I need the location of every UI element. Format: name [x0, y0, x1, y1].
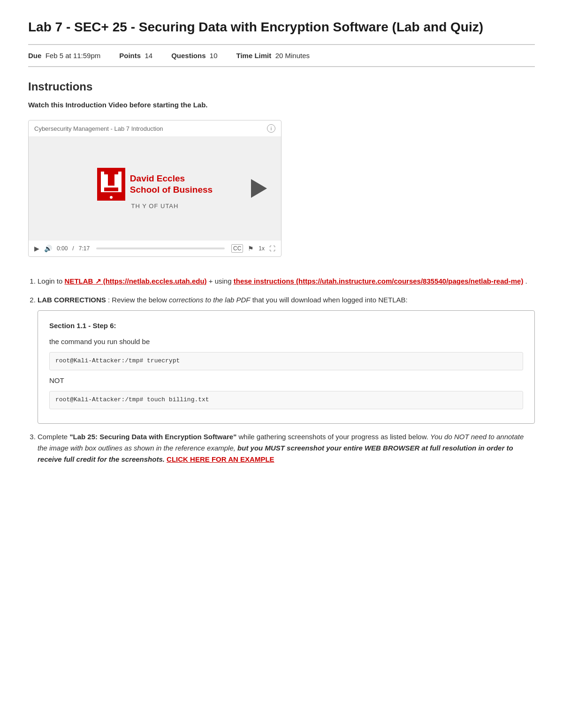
not-text: NOT — [49, 375, 523, 386]
time-limit: Time Limit 20 Minutes — [236, 52, 310, 60]
svg-point-6 — [110, 196, 113, 199]
points-label: Points — [119, 52, 141, 60]
u-block-logo — [97, 168, 125, 201]
logo-line2: School of Business — [130, 184, 213, 195]
video-title-bar: Cybersecurity Management - Lab 7 Introdu… — [29, 120, 281, 137]
list-item-3: Complete "Lab 25: Securing Data with Enc… — [38, 431, 535, 465]
due-value: Feb 5 at 11:59pm — [46, 52, 101, 60]
cc-icon[interactable]: CC — [231, 244, 243, 253]
volume-icon[interactable]: 🔊 — [44, 245, 52, 252]
current-time: 0:00 — [57, 245, 68, 252]
due-label: Due — [28, 52, 41, 60]
svg-rect-4 — [104, 188, 118, 191]
time-limit-label: Time Limit — [236, 52, 272, 60]
points: Points 14 — [119, 52, 152, 60]
netlab-link[interactable]: NETLAB ↗ (https://netlab.eccles.utah.edu… — [65, 277, 207, 285]
logo-line1: David Eccles — [130, 173, 213, 184]
corrections-section-title: Section 1.1 - Step 6: — [49, 320, 523, 331]
instructions-section: Instructions Watch this Introduction Vid… — [28, 80, 535, 465]
corrections-body: the command you run should be — [49, 336, 523, 347]
time-limit-value: 20 Minutes — [275, 52, 310, 60]
flag-icon[interactable]: ⚑ — [248, 245, 254, 252]
svg-rect-5 — [104, 172, 118, 174]
item1-text-middle: + using — [209, 277, 234, 285]
questions-label: Questions — [171, 52, 205, 60]
questions: Questions 10 — [171, 52, 217, 60]
item2-italic: corrections to the lab PDF — [169, 296, 250, 304]
points-value: 14 — [145, 52, 152, 60]
instructions-list: Login to NETLAB ↗ (https://netlab.eccles… — [28, 276, 535, 465]
item3-bold: "Lab 25: Securing Data with Encryption S… — [69, 433, 236, 441]
play-icon[interactable]: ▶ — [34, 245, 39, 252]
play-button-overlay[interactable] — [251, 179, 267, 198]
questions-value: 10 — [210, 52, 218, 60]
video-controls: ▶ 🔊 0:00 / 7:17 CC ⚑ 1x ⛶ — [29, 240, 281, 256]
video-logo-area: David Eccles School of Business TH Y OF … — [97, 168, 213, 210]
duration: 7:17 — [79, 245, 90, 252]
example-link[interactable]: CLICK HERE FOR AN EXAMPLE — [167, 455, 274, 463]
page-title: Lab 7 - SEC+ 25 - Securing Data with Enc… — [28, 19, 535, 36]
item3-text-middle: while gathering screenshots of your prog… — [239, 433, 431, 441]
university-text: TH Y OF UTAH — [131, 203, 179, 210]
item1-period: . — [525, 277, 527, 285]
progress-bar[interactable] — [96, 248, 225, 249]
list-item-1: Login to NETLAB ↗ (https://netlab.eccles… — [38, 276, 535, 287]
video-title: Cybersecurity Management - Lab 7 Introdu… — [34, 125, 163, 132]
video-thumbnail[interactable]: David Eccles School of Business TH Y OF … — [29, 137, 281, 240]
intro-text: Watch this Introduction Video before sta… — [28, 101, 535, 109]
due-date: Due Feb 5 at 11:59pm — [28, 52, 100, 60]
info-icon[interactable]: i — [267, 124, 275, 133]
meta-bar: Due Feb 5 at 11:59pm Points 14 Questions… — [28, 44, 535, 67]
code-block-1: root@Kali-Attacker:/tmp# truecrypt — [49, 352, 523, 370]
item1-text-before: Login to — [38, 277, 65, 285]
list-item-2: LAB CORRECTIONS : Review the below corre… — [38, 294, 535, 424]
item2-text: : Review the below — [108, 296, 169, 304]
item3-text-before: Complete — [38, 433, 69, 441]
logo-text: David Eccles School of Business — [130, 173, 213, 195]
speed-icon[interactable]: 1x — [259, 245, 265, 252]
corrections-box: Section 1.1 - Step 6: the command you ru… — [38, 310, 535, 424]
time-separator: / — [72, 245, 74, 252]
lab-corrections-label: LAB CORRECTIONS — [38, 296, 106, 304]
code-block-2: root@Kali-Attacker:/tmp# touch billing.t… — [49, 391, 523, 409]
instructions-heading: Instructions — [28, 80, 535, 93]
video-player: Cybersecurity Management - Lab 7 Introdu… — [28, 120, 282, 257]
instructions-link[interactable]: these instructions (https://utah.instruc… — [234, 277, 524, 285]
fullscreen-icon[interactable]: ⛶ — [269, 245, 275, 252]
u-logo: David Eccles School of Business — [97, 168, 213, 201]
item2-text2: that you will download when logged into … — [252, 296, 408, 304]
